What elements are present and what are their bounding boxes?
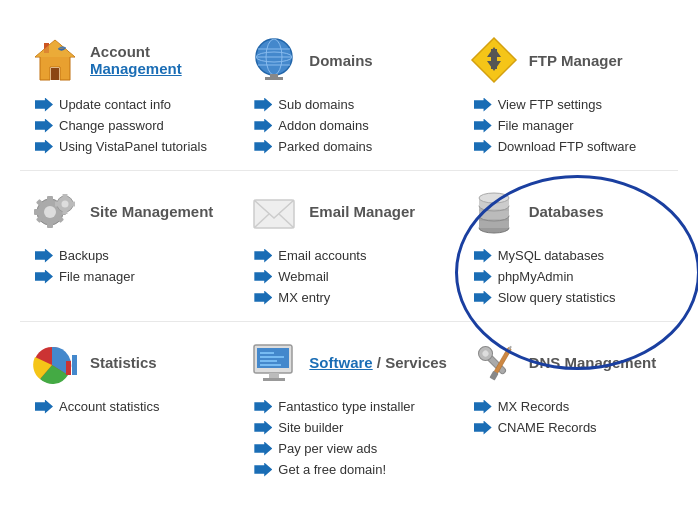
svg-rect-19 — [34, 209, 39, 215]
arrow-icon — [254, 442, 272, 456]
parked-domains-link[interactable]: Parked domains — [278, 139, 372, 154]
svg-rect-27 — [63, 194, 68, 197]
account-management-link[interactable]: Management — [90, 60, 182, 77]
statistics-title: Statistics — [90, 354, 157, 371]
site-title: Site Management — [90, 203, 213, 220]
addon-domains-link[interactable]: Addon domains — [278, 118, 368, 133]
svg-rect-11 — [265, 77, 283, 80]
list-item: Pay per view ads — [254, 441, 448, 456]
stats-icon — [30, 337, 80, 387]
list-item: Download FTP software — [474, 139, 668, 154]
list-item: Change password — [35, 118, 229, 133]
list-item: Account statistics — [35, 399, 229, 414]
list-item: View FTP settings — [474, 97, 668, 112]
svg-point-16 — [44, 206, 56, 218]
arrow-icon — [35, 119, 53, 133]
arrow-icon — [35, 249, 53, 263]
site-builder-link[interactable]: Site builder — [278, 420, 343, 435]
email-icon — [249, 186, 299, 236]
arrow-icon — [254, 421, 272, 435]
arrow-icon — [254, 140, 272, 154]
update-contact-link[interactable]: Update contact info — [59, 97, 171, 112]
house-icon — [30, 35, 80, 85]
list-item: Webmail — [254, 269, 448, 284]
list-item: MySQL databases — [474, 248, 668, 263]
tutorials-link[interactable]: Using VistaPanel tutorials — [59, 139, 207, 154]
list-item: phpMyAdmin — [474, 269, 668, 284]
software-link[interactable]: Software — [309, 354, 372, 371]
software-icon — [249, 337, 299, 387]
software-title: Software / Services — [309, 354, 447, 371]
gear-icon — [30, 186, 80, 236]
webmail-link[interactable]: Webmail — [278, 269, 328, 284]
backups-link[interactable]: Backups — [59, 248, 109, 263]
statistics-section: Statistics Account statistics — [20, 322, 239, 493]
list-item: File manager — [35, 269, 229, 284]
arrow-icon — [474, 270, 492, 284]
pay-per-view-link[interactable]: Pay per view ads — [278, 441, 377, 456]
account-statistics-link[interactable]: Account statistics — [59, 399, 159, 414]
arrow-icon — [254, 291, 272, 305]
db-icon — [469, 186, 519, 236]
mx-records-link[interactable]: MX Records — [498, 399, 570, 414]
list-item: Sub domains — [254, 97, 448, 112]
arrow-icon — [35, 140, 53, 154]
ftp-icon — [469, 35, 519, 85]
arrow-icon — [35, 400, 53, 414]
databases-title: Databases — [529, 203, 604, 220]
list-item: MX entry — [254, 290, 448, 305]
list-item: Fantastico type installer — [254, 399, 448, 414]
svg-rect-48 — [269, 373, 279, 378]
mysql-link[interactable]: MySQL databases — [498, 248, 604, 263]
ftp-title: FTP Manager — [529, 52, 623, 69]
svg-rect-10 — [270, 74, 278, 77]
arrow-icon — [254, 463, 272, 477]
arrow-icon — [474, 98, 492, 112]
list-item: Addon domains — [254, 118, 448, 133]
globe-icon — [249, 35, 299, 85]
arrow-icon — [35, 270, 53, 284]
slow-query-link[interactable]: Slow query statistics — [498, 290, 616, 305]
list-item: Get a free domain! — [254, 462, 448, 477]
cname-records-link[interactable]: CNAME Records — [498, 420, 597, 435]
file-manager-link[interactable]: File manager — [498, 118, 574, 133]
domains-title: Domains — [309, 52, 372, 69]
arrow-icon — [35, 98, 53, 112]
list-item: CNAME Records — [474, 420, 668, 435]
svg-marker-3 — [35, 40, 75, 57]
subdomains-link[interactable]: Sub domains — [278, 97, 354, 112]
download-ftp-link[interactable]: Download FTP software — [498, 139, 637, 154]
list-item: Parked domains — [254, 139, 448, 154]
arrow-icon — [254, 119, 272, 133]
site-section: Site Management Backups File manager — [20, 171, 239, 321]
list-item: Using VistaPanel tutorials — [35, 139, 229, 154]
software-section: Software / Services Fantastico type inst… — [239, 322, 458, 493]
arrow-icon — [254, 400, 272, 414]
domains-section: Domains Sub domains Addon domains Parked… — [239, 20, 458, 170]
phpmyadmin-link[interactable]: phpMyAdmin — [498, 269, 574, 284]
svg-rect-17 — [47, 196, 53, 201]
free-domain-link[interactable]: Get a free domain! — [278, 462, 386, 477]
fantastico-link[interactable]: Fantastico type installer — [278, 399, 415, 414]
ftp-settings-link[interactable]: View FTP settings — [498, 97, 602, 112]
svg-rect-31 — [254, 200, 294, 228]
list-item: MX Records — [474, 399, 668, 414]
svg-point-26 — [62, 201, 69, 208]
email-accounts-link[interactable]: Email accounts — [278, 248, 366, 263]
file-manager-link2[interactable]: File manager — [59, 269, 135, 284]
svg-rect-18 — [47, 223, 53, 228]
change-password-link[interactable]: Change password — [59, 118, 164, 133]
list-item: Backups — [35, 248, 229, 263]
arrow-icon — [474, 291, 492, 305]
email-title: Email Manager — [309, 203, 415, 220]
email-section: Email Manager Email accounts Webmail MX … — [239, 171, 458, 321]
svg-rect-28 — [63, 211, 68, 214]
arrow-icon — [254, 249, 272, 263]
svg-rect-2 — [51, 68, 59, 80]
svg-rect-49 — [263, 378, 285, 381]
mx-entry-link[interactable]: MX entry — [278, 290, 330, 305]
list-item: Update contact info — [35, 97, 229, 112]
dns-title: DNS Management — [529, 354, 657, 371]
arrow-icon — [254, 98, 272, 112]
arrow-icon — [474, 119, 492, 133]
